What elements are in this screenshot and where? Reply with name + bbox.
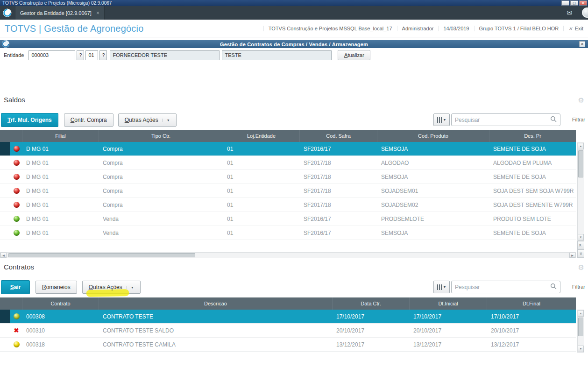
dialog-icon — [1, 40, 10, 50]
header-dt-final[interactable]: Dt.Final — [487, 297, 576, 310]
entity-shortname-field[interactable] — [222, 50, 332, 60]
cell-filial: D MG 01 — [22, 226, 99, 240]
entity-code-lookup-button[interactable]: ? — [77, 50, 84, 60]
table-row[interactable]: 000310 CONTRATO TESTE SALDO 20/10/2017 2… — [0, 324, 576, 338]
table-row[interactable]: D MG 01 Compra 01 SF2017/18 SOJADSEM02 S… — [0, 198, 576, 212]
saldos-search-input[interactable] — [455, 117, 550, 123]
contratos-vertical-scrollbar[interactable] — [577, 310, 584, 353]
row-marker — [0, 226, 10, 240]
dialog-close-icon[interactable]: ✕ — [579, 41, 585, 47]
entity-store-lookup-button[interactable]: ? — [99, 50, 107, 60]
page-last-button[interactable] — [577, 249, 584, 258]
cell-filial: D MG 01 — [22, 212, 99, 226]
table-row[interactable]: 000308 CONTRATO TESTE 17/10/2017 17/10/2… — [0, 310, 576, 324]
table-row[interactable]: D MG 01 Compra 01 SF2017/18 SOJADSEM01 S… — [0, 184, 576, 198]
status-icon — [14, 341, 20, 347]
cell-descricao: PRODUTO SEM LOTE — [489, 212, 576, 226]
entity-name-field[interactable] — [110, 50, 220, 60]
table-row[interactable]: D MG 01 Compra 01 SF2017/18 SEMSOJA SEME… — [0, 170, 576, 184]
mail-icon[interactable] — [567, 9, 572, 16]
header-cod-safra[interactable]: Cod. Safra — [300, 130, 377, 142]
cell-loja: 01 — [223, 142, 300, 156]
scroll-down-icon[interactable] — [578, 346, 584, 352]
page-first-button[interactable] — [577, 241, 584, 249]
status-cell — [10, 170, 22, 184]
cell-dt-final: 20/10/2017 — [487, 324, 576, 337]
header-loj-entidade[interactable]: Loj.Entidade — [223, 130, 300, 142]
cell-produto: SEMSOJA — [377, 226, 489, 240]
status-icon — [14, 230, 20, 236]
scroll-up-icon[interactable] — [578, 143, 584, 149]
contratos-filter-link[interactable]: Filtrar — [572, 284, 585, 290]
contratos-outras-acoes-button[interactable]: Outras Ações — [82, 281, 141, 294]
saldos-vertical-scrollbar[interactable] — [577, 142, 584, 241]
cell-data-ctr: 17/10/2017 — [333, 310, 410, 323]
contr-compra-button[interactable]: Contr. Compra — [64, 113, 113, 127]
table-row[interactable]: D MG 01 Venda 01 SF2016/17 SEMSOJA SEMEN… — [0, 226, 576, 240]
status-cell — [10, 198, 22, 212]
cell-filial: D MG 01 — [22, 170, 99, 184]
scroll-thumb[interactable] — [578, 150, 583, 177]
saldos-toolbar: Trf. Mul. Origens Contr. Compra Outras A… — [1, 113, 177, 127]
close-button[interactable]: ✕ — [579, 0, 587, 6]
cell-produto: PRODSEMLOTE — [377, 212, 489, 226]
cell-loja: 01 — [223, 226, 300, 240]
table-row[interactable]: 000318 CONTRATO TESTE CAMILA 13/12/2017 … — [0, 338, 576, 352]
saldos-outras-acoes-button[interactable]: Outras Ações — [118, 113, 177, 127]
minimize-button[interactable]: ─ — [561, 0, 569, 6]
row-marker — [0, 156, 10, 170]
header-cod-produto[interactable]: Cod. Produto — [377, 130, 489, 142]
trf-mul-origens-button[interactable]: Trf. Mul. Origens — [1, 113, 58, 127]
entity-store-input[interactable] — [85, 50, 98, 60]
romaneios-button[interactable]: Romaneios — [35, 281, 77, 294]
row-marker — [0, 170, 10, 184]
cell-safra: SF2017/18 — [300, 170, 377, 184]
status-icon — [14, 160, 20, 166]
entity-code-input[interactable] — [28, 50, 75, 60]
table-row[interactable]: D MG 01 Venda 01 SF2016/17 PRODSEMLOTE P… — [0, 212, 576, 226]
contratos-toolbar: Sair Romaneios Outras Ações — [1, 280, 141, 294]
chevron-down-icon — [163, 119, 170, 122]
header-filial[interactable]: Filial — [22, 130, 99, 142]
saldos-columns-config-button[interactable] — [433, 113, 450, 126]
cell-dt-final: 13/12/2017 — [487, 338, 576, 351]
saldos-settings-gear-icon[interactable] — [578, 96, 584, 105]
tab-gestor-entidade[interactable]: Gestor da Entidade [02.9.0067] × — [15, 6, 105, 20]
header-des-produto[interactable]: Des. Pr — [489, 130, 576, 142]
cell-descricao: SEMENTE DE SOJA — [489, 170, 576, 184]
help-icon[interactable] — [582, 7, 588, 18]
row-marker — [0, 198, 10, 212]
saldos-filter-link[interactable]: Filtrar — [572, 117, 585, 122]
scroll-thumb[interactable] — [578, 318, 583, 336]
saldos-horizontal-scrollbar[interactable] — [0, 252, 576, 258]
header-dt-inicial[interactable]: Dt.Inicial — [410, 297, 487, 310]
header-tipo-ctr[interactable]: Tipo Ctr. — [99, 130, 223, 142]
sair-button[interactable]: Sair — [1, 280, 30, 294]
cell-data-ctr: 20/10/2017 — [333, 324, 410, 337]
scroll-up-icon[interactable] — [578, 310, 584, 317]
search-icon[interactable] — [550, 116, 557, 124]
scroll-down-icon[interactable] — [578, 234, 584, 241]
header-descricao[interactable]: Descricao — [99, 297, 333, 310]
user-label: Administrador — [397, 26, 439, 31]
entity-form: Entidade ? ? Atualizar — [4, 50, 370, 60]
search-icon[interactable] — [550, 283, 557, 291]
contratos-settings-gear-icon[interactable] — [578, 263, 584, 272]
table-row[interactable]: D MG 01 Compra 01 SF2017/18 ALGODAO ALGO… — [0, 156, 576, 170]
chevron-down-icon — [127, 286, 134, 289]
tab-close-icon[interactable]: × — [96, 10, 99, 16]
table-row[interactable]: D MG 01 Compra 01 SF2016/17 SEMSOJA SEME… — [0, 142, 576, 156]
update-button[interactable]: Atualizar — [338, 50, 370, 60]
header-data-ctr[interactable]: Data Ctr. — [333, 297, 410, 310]
header-contrato[interactable]: Contrato — [22, 297, 99, 310]
cell-produto: SEMSOJA — [377, 142, 489, 156]
scroll-right-icon[interactable] — [569, 253, 575, 258]
exit-button[interactable]: Exit — [563, 26, 588, 31]
contratos-columns-config-button[interactable] — [433, 281, 450, 293]
maximize-button[interactable]: ▢ — [570, 0, 578, 6]
scroll-thumb[interactable] — [8, 253, 195, 257]
scroll-left-icon[interactable] — [0, 253, 7, 258]
cell-descricao: SEMENTE DE SOJA — [489, 142, 576, 156]
exit-label: Exit — [575, 26, 583, 31]
contratos-search-input[interactable] — [455, 284, 550, 290]
